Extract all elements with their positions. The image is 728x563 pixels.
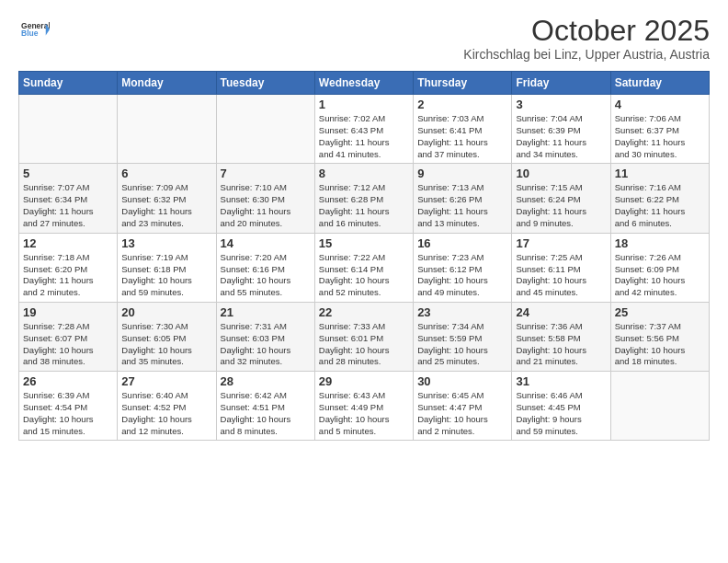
calendar-cell: 14Sunrise: 7:20 AM Sunset: 6:16 PM Dayli… (216, 233, 314, 302)
day-number: 30 (417, 374, 507, 388)
day-number: 15 (319, 236, 409, 250)
day-number: 9 (417, 167, 507, 180)
day-number: 23 (417, 305, 507, 319)
day-number: 12 (23, 236, 113, 250)
day-info: Sunrise: 6:39 AM Sunset: 4:54 PM Dayligh… (23, 390, 113, 437)
day-info: Sunrise: 7:34 AM Sunset: 5:59 PM Dayligh… (417, 321, 507, 368)
calendar-week-row: 12Sunrise: 7:18 AM Sunset: 6:20 PM Dayli… (19, 233, 710, 302)
calendar-week-row: 26Sunrise: 6:39 AM Sunset: 4:54 PM Dayli… (19, 372, 710, 441)
title-block: October 2025 Kirchschlag bei Linz, Upper… (463, 15, 710, 62)
day-number: 29 (319, 374, 409, 388)
calendar-cell: 8Sunrise: 7:12 AM Sunset: 6:28 PM Daylig… (314, 164, 413, 233)
day-number: 3 (516, 98, 606, 111)
weekday-header-cell: Tuesday (216, 72, 314, 95)
day-number: 6 (121, 167, 211, 180)
day-info: Sunrise: 7:16 AM Sunset: 6:22 PM Dayligh… (615, 182, 705, 229)
calendar-cell: 19Sunrise: 7:28 AM Sunset: 6:07 PM Dayli… (19, 302, 118, 371)
location-title: Kirchschlag bei Linz, Upper Austria, Aus… (463, 47, 710, 62)
day-info: Sunrise: 6:42 AM Sunset: 4:51 PM Dayligh… (221, 390, 311, 437)
calendar-cell (216, 95, 314, 164)
day-info: Sunrise: 7:37 AM Sunset: 5:56 PM Dayligh… (615, 321, 705, 368)
day-info: Sunrise: 6:46 AM Sunset: 4:45 PM Dayligh… (516, 390, 606, 437)
logo-icon: General Blue (20, 15, 50, 44)
day-info: Sunrise: 7:06 AM Sunset: 6:37 PM Dayligh… (615, 113, 705, 160)
svg-text:Blue: Blue (21, 29, 39, 38)
calendar-cell: 11Sunrise: 7:16 AM Sunset: 6:22 PM Dayli… (610, 164, 709, 233)
calendar-cell: 9Sunrise: 7:13 AM Sunset: 6:26 PM Daylig… (414, 164, 512, 233)
weekday-header-cell: Wednesday (314, 72, 413, 95)
day-info: Sunrise: 6:43 AM Sunset: 4:49 PM Dayligh… (319, 390, 409, 437)
day-info: Sunrise: 7:28 AM Sunset: 6:07 PM Dayligh… (23, 321, 113, 368)
day-number: 27 (121, 374, 211, 388)
calendar-cell: 23Sunrise: 7:34 AM Sunset: 5:59 PM Dayli… (414, 302, 512, 371)
day-info: Sunrise: 7:09 AM Sunset: 6:32 PM Dayligh… (121, 182, 211, 229)
calendar-cell: 26Sunrise: 6:39 AM Sunset: 4:54 PM Dayli… (19, 372, 118, 441)
day-info: Sunrise: 7:02 AM Sunset: 6:43 PM Dayligh… (319, 113, 409, 160)
calendar-cell: 13Sunrise: 7:19 AM Sunset: 6:18 PM Dayli… (118, 233, 216, 302)
day-number: 24 (516, 305, 606, 319)
calendar-cell: 24Sunrise: 7:36 AM Sunset: 5:58 PM Dayli… (512, 302, 610, 371)
calendar-cell: 17Sunrise: 7:25 AM Sunset: 6:11 PM Dayli… (512, 233, 610, 302)
calendar-cell: 18Sunrise: 7:26 AM Sunset: 6:09 PM Dayli… (610, 233, 709, 302)
calendar-body: 1Sunrise: 7:02 AM Sunset: 6:43 PM Daylig… (19, 95, 710, 441)
calendar-cell: 31Sunrise: 6:46 AM Sunset: 4:45 PM Dayli… (512, 372, 610, 441)
calendar-cell: 6Sunrise: 7:09 AM Sunset: 6:32 PM Daylig… (118, 164, 216, 233)
day-number: 19 (23, 305, 113, 319)
day-info: Sunrise: 7:19 AM Sunset: 6:18 PM Dayligh… (121, 252, 211, 299)
day-info: Sunrise: 6:45 AM Sunset: 4:47 PM Dayligh… (417, 390, 507, 437)
day-number: 14 (221, 236, 311, 250)
day-info: Sunrise: 7:25 AM Sunset: 6:11 PM Dayligh… (516, 252, 606, 299)
day-number: 26 (23, 374, 113, 388)
day-number: 10 (516, 167, 606, 180)
calendar-cell: 3Sunrise: 7:04 AM Sunset: 6:39 PM Daylig… (512, 95, 610, 164)
calendar-cell: 15Sunrise: 7:22 AM Sunset: 6:14 PM Dayli… (314, 233, 413, 302)
weekday-header-cell: Saturday (610, 72, 709, 95)
day-info: Sunrise: 7:04 AM Sunset: 6:39 PM Dayligh… (516, 113, 606, 160)
calendar-cell (118, 95, 216, 164)
day-number: 4 (615, 98, 705, 111)
calendar-cell: 20Sunrise: 7:30 AM Sunset: 6:05 PM Dayli… (118, 302, 216, 371)
day-number: 8 (319, 167, 409, 180)
day-number: 18 (615, 236, 705, 250)
day-info: Sunrise: 7:18 AM Sunset: 6:20 PM Dayligh… (23, 252, 113, 299)
day-number: 31 (516, 374, 606, 388)
calendar-week-row: 19Sunrise: 7:28 AM Sunset: 6:07 PM Dayli… (19, 302, 710, 371)
day-info: Sunrise: 7:23 AM Sunset: 6:12 PM Dayligh… (417, 252, 507, 299)
day-info: Sunrise: 7:12 AM Sunset: 6:28 PM Dayligh… (319, 182, 409, 229)
calendar-week-row: 5Sunrise: 7:07 AM Sunset: 6:34 PM Daylig… (19, 164, 710, 233)
calendar-cell: 16Sunrise: 7:23 AM Sunset: 6:12 PM Dayli… (414, 233, 512, 302)
day-info: Sunrise: 7:33 AM Sunset: 6:01 PM Dayligh… (319, 321, 409, 368)
day-info: Sunrise: 7:22 AM Sunset: 6:14 PM Dayligh… (319, 252, 409, 299)
calendar-cell: 2Sunrise: 7:03 AM Sunset: 6:41 PM Daylig… (414, 95, 512, 164)
day-number: 7 (221, 167, 311, 180)
calendar-cell: 5Sunrise: 7:07 AM Sunset: 6:34 PM Daylig… (19, 164, 118, 233)
day-number: 21 (221, 305, 311, 319)
day-info: Sunrise: 7:26 AM Sunset: 6:09 PM Dayligh… (615, 252, 705, 299)
day-number: 16 (417, 236, 507, 250)
day-number: 1 (319, 98, 409, 111)
day-info: Sunrise: 6:40 AM Sunset: 4:52 PM Dayligh… (121, 390, 211, 437)
day-number: 17 (516, 236, 606, 250)
logo: General Blue (18, 15, 50, 48)
day-number: 25 (615, 305, 705, 319)
calendar-cell: 21Sunrise: 7:31 AM Sunset: 6:03 PM Dayli… (216, 302, 314, 371)
calendar-cell: 28Sunrise: 6:42 AM Sunset: 4:51 PM Dayli… (216, 372, 314, 441)
calendar-cell (610, 372, 709, 441)
day-info: Sunrise: 7:30 AM Sunset: 6:05 PM Dayligh… (121, 321, 211, 368)
day-number: 22 (319, 305, 409, 319)
day-info: Sunrise: 7:13 AM Sunset: 6:26 PM Dayligh… (417, 182, 507, 229)
calendar-cell: 4Sunrise: 7:06 AM Sunset: 6:37 PM Daylig… (610, 95, 709, 164)
calendar-cell: 10Sunrise: 7:15 AM Sunset: 6:24 PM Dayli… (512, 164, 610, 233)
weekday-header-cell: Thursday (414, 72, 512, 95)
day-number: 11 (615, 167, 705, 180)
calendar-cell (19, 95, 118, 164)
calendar-week-row: 1Sunrise: 7:02 AM Sunset: 6:43 PM Daylig… (19, 95, 710, 164)
calendar-cell: 29Sunrise: 6:43 AM Sunset: 4:49 PM Dayli… (314, 372, 413, 441)
day-number: 2 (417, 98, 507, 111)
weekday-header-row: SundayMondayTuesdayWednesdayThursdayFrid… (19, 72, 710, 95)
day-info: Sunrise: 7:15 AM Sunset: 6:24 PM Dayligh… (516, 182, 606, 229)
weekday-header-cell: Friday (512, 72, 610, 95)
calendar-cell: 1Sunrise: 7:02 AM Sunset: 6:43 PM Daylig… (314, 95, 413, 164)
calendar-cell: 30Sunrise: 6:45 AM Sunset: 4:47 PM Dayli… (414, 372, 512, 441)
day-info: Sunrise: 7:20 AM Sunset: 6:16 PM Dayligh… (221, 252, 311, 299)
